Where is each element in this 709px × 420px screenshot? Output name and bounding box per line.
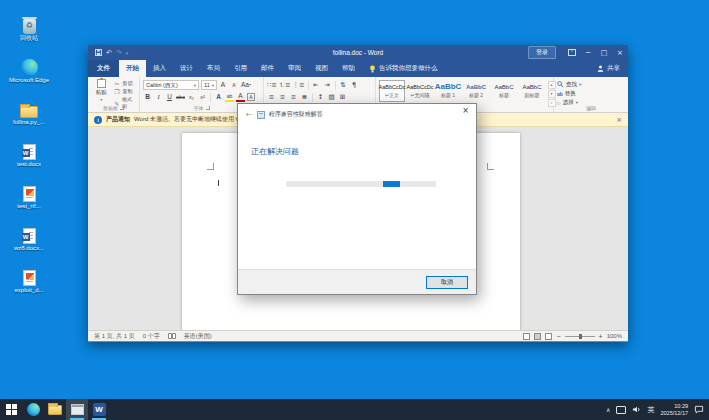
dialog-launcher-icon[interactable]: [206, 106, 210, 110]
minimize-button[interactable]: ─: [580, 45, 596, 60]
desktop-icon-folder[interactable]: follina.py_...: [2, 86, 56, 126]
tell-me-box[interactable]: 告诉我你想要做什么: [362, 60, 445, 77]
style-no-spacing[interactable]: AaBbCcDc ↵无间隔: [407, 80, 433, 102]
font-name-combobox[interactable]: Calibri (西文)▾: [143, 80, 199, 90]
borders-icon[interactable]: ⊞: [338, 92, 347, 102]
justify-icon[interactable]: ≣: [300, 92, 309, 102]
font-color-button[interactable]: A: [236, 92, 245, 102]
volume-icon[interactable]: [632, 405, 641, 414]
taskbar-edge-button[interactable]: [22, 399, 44, 420]
tab-home[interactable]: 开始: [119, 60, 146, 77]
style-subtitle[interactable]: AaBbC 副标题: [519, 80, 545, 102]
style-heading-2[interactable]: AaBbC 标题 2: [463, 80, 489, 102]
qat-customize-icon[interactable]: ▾: [126, 49, 129, 57]
grow-font-button[interactable]: Aˆ: [219, 80, 228, 90]
save-icon[interactable]: [95, 49, 102, 56]
decrease-indent-icon[interactable]: ⇤: [312, 80, 321, 90]
zoom-slider-thumb[interactable]: [579, 334, 582, 339]
word-count[interactable]: 0 个字: [143, 332, 160, 341]
zoom-slider[interactable]: [565, 336, 595, 337]
replace-button[interactable]: ab 替换: [557, 90, 581, 97]
font-size-combobox[interactable]: 11▾: [201, 80, 217, 90]
language-indicator[interactable]: 英语(美国): [184, 332, 212, 341]
tab-layout[interactable]: 布局: [200, 60, 227, 77]
page-indicator[interactable]: 第 1 页, 共 1 页: [94, 332, 135, 341]
subscript-button[interactable]: x₂: [187, 92, 196, 102]
align-center-icon[interactable]: ≡: [278, 92, 287, 102]
tab-mailings[interactable]: 邮件: [254, 60, 281, 77]
read-mode-button[interactable]: [523, 333, 530, 340]
redo-icon[interactable]: ↷: [116, 49, 122, 57]
undo-icon[interactable]: ↶: [106, 49, 112, 57]
sign-in-button[interactable]: 登录: [528, 46, 556, 59]
character-border-button[interactable]: A: [247, 93, 255, 101]
bold-button[interactable]: B: [143, 92, 152, 102]
zoom-level[interactable]: 100%: [607, 333, 622, 339]
bullets-icon[interactable]: ∷≡: [267, 80, 277, 90]
taskbar-explorer-button[interactable]: [44, 399, 66, 420]
web-layout-button[interactable]: [545, 333, 552, 340]
show-marks-icon[interactable]: ¶: [350, 80, 359, 90]
desktop-icon-word-doc-2[interactable]: wz8.docx...: [2, 212, 56, 252]
copy-button[interactable]: ❐复制: [114, 88, 136, 95]
close-button[interactable]: ×: [612, 45, 628, 60]
style-heading-1[interactable]: AaBbC 标题 1: [435, 80, 461, 102]
change-case-button[interactable]: Aa▾: [241, 80, 251, 90]
maximize-button[interactable]: □: [596, 45, 612, 60]
tab-review[interactable]: 审阅: [281, 60, 308, 77]
shrink-font-button[interactable]: Aˇ: [230, 80, 239, 90]
quick-access-toolbar: ↶ ↷ ▾: [88, 49, 128, 57]
highlight-color-button[interactable]: ab: [225, 92, 234, 102]
desktop-icon-recycle-bin[interactable]: 回收站: [2, 2, 56, 42]
desktop-icon-word-doc-1[interactable]: test.docx: [2, 128, 56, 168]
numbering-icon[interactable]: ⒈≡: [279, 80, 291, 90]
zoom-in-button[interactable]: +: [599, 333, 603, 340]
tab-view[interactable]: 视图: [308, 60, 335, 77]
print-layout-button[interactable]: [534, 333, 541, 340]
tab-references[interactable]: 引用: [227, 60, 254, 77]
action-center-icon[interactable]: [694, 405, 704, 414]
taskbar-word-button[interactable]: [88, 399, 110, 420]
tab-file[interactable]: 文件: [88, 60, 119, 77]
cancel-button[interactable]: 取消: [426, 276, 468, 289]
desktop-icon-edge[interactable]: Microsoft Edge: [2, 44, 56, 84]
dialog-header: ← 程序兼容性疑难解答 ×: [238, 104, 476, 121]
text-effects-button[interactable]: A: [214, 92, 223, 102]
dialog-launcher-icon[interactable]: [120, 106, 124, 110]
notice-close-icon[interactable]: ×: [616, 116, 622, 124]
strikethrough-button[interactable]: abc: [176, 92, 185, 102]
underline-button[interactable]: U: [165, 92, 174, 102]
align-left-icon[interactable]: ≡: [267, 92, 276, 102]
align-right-icon[interactable]: ≡: [289, 92, 298, 102]
tab-insert[interactable]: 插入: [146, 60, 173, 77]
find-button[interactable]: 查找▾: [557, 81, 581, 88]
style-title[interactable]: AaBbC 标题: [491, 80, 517, 102]
increase-indent-icon[interactable]: ⇥: [323, 80, 332, 90]
superscript-button[interactable]: x²: [198, 92, 207, 102]
cut-button[interactable]: ✂剪切: [114, 80, 136, 87]
line-spacing-icon[interactable]: ↕: [316, 92, 325, 102]
zoom-out-button[interactable]: −: [556, 333, 560, 340]
tab-help[interactable]: 帮助: [335, 60, 362, 77]
sort-icon[interactable]: ⇅: [339, 80, 348, 90]
taskbar-troubleshooter-button[interactable]: [66, 399, 88, 420]
lightbulb-icon: [369, 65, 376, 73]
proofing-icon[interactable]: [168, 333, 176, 339]
paste-button[interactable]: 粘贴 ▾: [91, 79, 112, 102]
ime-indicator[interactable]: 英: [647, 405, 654, 415]
italic-button[interactable]: I: [154, 92, 163, 102]
desktop-icon-file-2[interactable]: exploit_d...: [2, 254, 56, 294]
display-tray-icon[interactable]: [616, 406, 626, 414]
ribbon-display-options-button[interactable]: ⌃: [564, 45, 580, 60]
back-arrow-icon[interactable]: ←: [246, 111, 253, 119]
style-normal[interactable]: AaBbCcDc ↵正文: [379, 80, 405, 102]
desktop-icon-file-1[interactable]: test_rtf...: [2, 170, 56, 210]
taskbar-clock[interactable]: 10:29 2025/12/17: [660, 403, 688, 416]
share-button[interactable]: 共享: [589, 60, 628, 77]
shading-icon[interactable]: ▨: [327, 92, 336, 102]
tab-design[interactable]: 设计: [173, 60, 200, 77]
hidden-icons-chevron-icon[interactable]: ∧: [606, 406, 610, 413]
start-button[interactable]: [0, 399, 22, 420]
dialog-close-icon[interactable]: ×: [462, 107, 469, 115]
multilevel-list-icon[interactable]: ⋮≡: [293, 80, 305, 90]
